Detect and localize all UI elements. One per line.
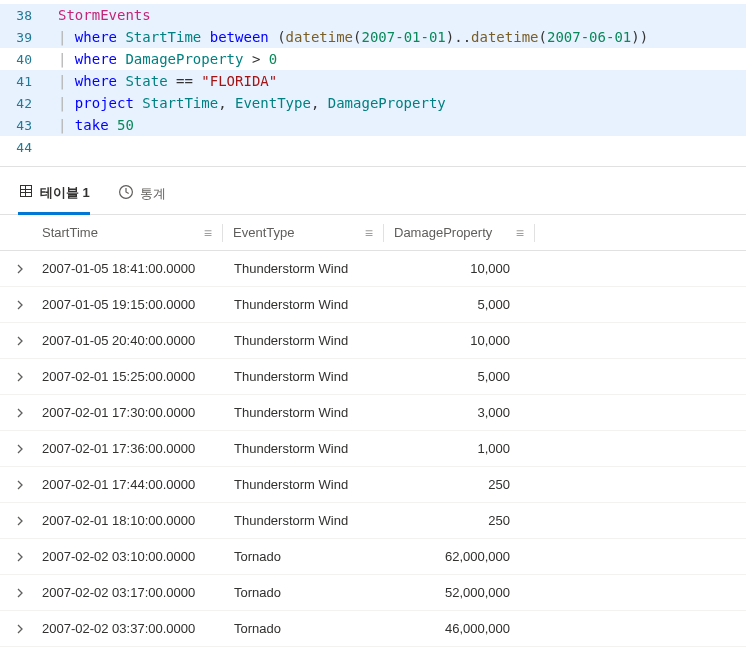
cell-eventtype: Tornado (222, 585, 382, 600)
column-label: EventType (233, 225, 294, 240)
cell-eventtype: Thunderstorm Wind (222, 333, 382, 348)
tab-stats-label: 통계 (140, 185, 166, 203)
tab-table[interactable]: 테이블 1 (18, 177, 90, 215)
cell-starttime: 2007-02-02 03:17:00.0000 (32, 585, 222, 600)
code-line[interactable]: 39| where StartTime between (datetime(20… (0, 26, 746, 48)
code-line[interactable]: 43| take 50 (0, 114, 746, 136)
table-row[interactable]: 2007-01-05 20:40:00.0000Thunderstorm Win… (0, 323, 746, 359)
cell-starttime: 2007-02-01 15:25:00.0000 (32, 369, 222, 384)
cell-damageproperty: 250 (382, 513, 532, 528)
clock-icon (118, 184, 134, 203)
table-row[interactable]: 2007-02-02 03:37:00.0000Tornado46,000,00… (0, 611, 746, 647)
line-number: 38 (0, 8, 50, 23)
query-editor[interactable]: 38StormEvents39| where StartTime between… (0, 0, 746, 167)
expand-row-icon[interactable] (8, 480, 32, 490)
column-header-eventtype[interactable]: EventType ≡ (223, 215, 383, 250)
code-content[interactable]: | where DamageProperty > 0 (50, 51, 746, 67)
table-row[interactable]: 2007-01-05 19:15:00.0000Thunderstorm Win… (0, 287, 746, 323)
expand-row-icon[interactable] (8, 624, 32, 634)
column-label: DamageProperty (394, 225, 492, 240)
cell-damageproperty: 1,000 (382, 441, 532, 456)
cell-damageproperty: 10,000 (382, 333, 532, 348)
table-row[interactable]: 2007-02-01 17:36:00.0000Thunderstorm Win… (0, 431, 746, 467)
code-line[interactable]: 40| where DamageProperty > 0 (0, 48, 746, 70)
cell-starttime: 2007-02-02 03:10:00.0000 (32, 549, 222, 564)
cell-damageproperty: 5,000 (382, 369, 532, 384)
expand-row-icon[interactable] (8, 300, 32, 310)
line-number: 42 (0, 96, 50, 111)
cell-starttime: 2007-02-02 03:37:00.0000 (32, 621, 222, 636)
cell-starttime: 2007-02-01 18:10:00.0000 (32, 513, 222, 528)
expand-row-icon[interactable] (8, 336, 32, 346)
cell-starttime: 2007-02-01 17:36:00.0000 (32, 441, 222, 456)
cell-eventtype: Thunderstorm Wind (222, 441, 382, 456)
line-number: 39 (0, 30, 50, 45)
column-menu-icon[interactable]: ≡ (365, 225, 373, 241)
cell-eventtype: Thunderstorm Wind (222, 261, 382, 276)
cell-eventtype: Tornado (222, 621, 382, 636)
table-row[interactable]: 2007-02-01 15:25:00.0000Thunderstorm Win… (0, 359, 746, 395)
cell-eventtype: Thunderstorm Wind (222, 369, 382, 384)
column-label: StartTime (42, 225, 98, 240)
tab-stats[interactable]: 통계 (118, 178, 166, 213)
column-separator[interactable] (534, 224, 535, 242)
expand-row-icon[interactable] (8, 444, 32, 454)
cell-damageproperty: 250 (382, 477, 532, 492)
table-row[interactable]: 2007-01-05 18:41:00.0000Thunderstorm Win… (0, 251, 746, 287)
cell-eventtype: Thunderstorm Wind (222, 405, 382, 420)
cell-damageproperty: 5,000 (382, 297, 532, 312)
code-line[interactable]: 42| project StartTime, EventType, Damage… (0, 92, 746, 114)
cell-starttime: 2007-02-01 17:44:00.0000 (32, 477, 222, 492)
table-row[interactable]: 2007-02-02 03:10:00.0000Tornado62,000,00… (0, 539, 746, 575)
cell-starttime: 2007-01-05 18:41:00.0000 (32, 261, 222, 276)
cell-starttime: 2007-01-05 19:15:00.0000 (32, 297, 222, 312)
column-menu-icon[interactable]: ≡ (516, 225, 524, 241)
cell-damageproperty: 52,000,000 (382, 585, 532, 600)
expand-row-icon[interactable] (8, 372, 32, 382)
expand-row-icon[interactable] (8, 516, 32, 526)
cell-eventtype: Thunderstorm Wind (222, 513, 382, 528)
column-header-damageproperty[interactable]: DamageProperty ≡ (384, 215, 534, 250)
code-line[interactable]: 38StormEvents (0, 4, 746, 26)
expand-row-icon[interactable] (8, 408, 32, 418)
grid-body: 2007-01-05 18:41:00.0000Thunderstorm Win… (0, 251, 746, 660)
table-row[interactable]: 2007-02-01 18:10:00.0000Thunderstorm Win… (0, 503, 746, 539)
table-row[interactable]: 2007-02-01 17:30:00.0000Thunderstorm Win… (0, 395, 746, 431)
table-row[interactable]: 2007-02-02 03:55:00.0000Tornado52,000,00… (0, 647, 746, 660)
code-line[interactable]: 41| where State == "FLORIDA" (0, 70, 746, 92)
line-number: 44 (0, 140, 50, 155)
cell-starttime: 2007-01-05 20:40:00.0000 (32, 333, 222, 348)
cell-damageproperty: 10,000 (382, 261, 532, 276)
column-menu-icon[interactable]: ≡ (204, 225, 212, 241)
code-line[interactable]: 44 (0, 136, 746, 158)
code-content[interactable]: StormEvents (50, 7, 746, 23)
table-row[interactable]: 2007-02-02 03:17:00.0000Tornado52,000,00… (0, 575, 746, 611)
code-content[interactable]: | where StartTime between (datetime(2007… (50, 29, 746, 45)
code-content[interactable]: | project StartTime, EventType, DamagePr… (50, 95, 746, 111)
cell-damageproperty: 3,000 (382, 405, 532, 420)
table-row[interactable]: 2007-02-01 17:44:00.0000Thunderstorm Win… (0, 467, 746, 503)
cell-damageproperty: 46,000,000 (382, 621, 532, 636)
cell-eventtype: Thunderstorm Wind (222, 477, 382, 492)
line-number: 41 (0, 74, 50, 89)
cell-starttime: 2007-02-01 17:30:00.0000 (32, 405, 222, 420)
expand-row-icon[interactable] (8, 264, 32, 274)
code-content[interactable]: | where State == "FLORIDA" (50, 73, 746, 89)
grid-header: StartTime ≡ EventType ≡ DamageProperty ≡ (0, 215, 746, 251)
table-icon (18, 183, 34, 202)
cell-eventtype: Tornado (222, 549, 382, 564)
column-header-starttime[interactable]: StartTime ≡ (32, 215, 222, 250)
cell-eventtype: Thunderstorm Wind (222, 297, 382, 312)
code-content[interactable]: | take 50 (50, 117, 746, 133)
results-tabs: 테이블 1 통계 (0, 167, 746, 215)
line-number: 43 (0, 118, 50, 133)
cell-damageproperty: 62,000,000 (382, 549, 532, 564)
expand-row-icon[interactable] (8, 552, 32, 562)
tab-table-label: 테이블 1 (40, 184, 90, 202)
line-number: 40 (0, 52, 50, 67)
expand-row-icon[interactable] (8, 588, 32, 598)
results-grid: StartTime ≡ EventType ≡ DamageProperty ≡… (0, 215, 746, 660)
